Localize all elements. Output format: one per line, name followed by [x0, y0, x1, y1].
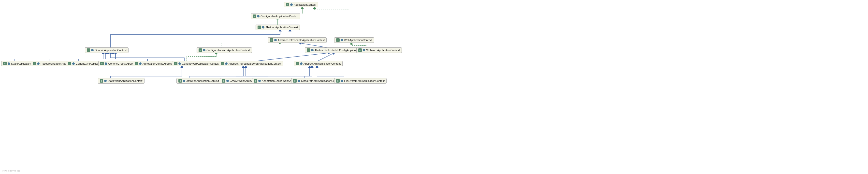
node-ApplicationContext[interactable]: I ApplicationContext: [284, 2, 318, 7]
node-GenericWebApplicationContext[interactable]: C GenericWebApplicationContext: [172, 61, 221, 66]
svg-line-7: [317, 53, 334, 61]
node-ConfigurableWebApplicationContext[interactable]: I ConfigurableWebApplicationContext: [196, 48, 252, 53]
dot-icon21: [258, 80, 261, 82]
class-icon19: C: [336, 79, 340, 83]
class-icon6: C: [3, 62, 7, 65]
node-WebApplicationContext[interactable]: I WebApplicationContext: [334, 37, 374, 43]
node-label: GenericWebApplicationContext: [182, 62, 219, 65]
dot-icon19: [183, 80, 185, 82]
class-icon13: C: [296, 62, 299, 65]
node-label: AbstractRefreshableWebApplicationContext: [228, 62, 281, 65]
dot-icon13: [105, 62, 107, 65]
dot-icon5: [341, 39, 343, 41]
node-ConfigurableApplicationContext[interactable]: I ConfigurableApplicationContext: [251, 13, 300, 19]
node-AbstractRefreshableApplicationContext[interactable]: C AbstractRefreshableApplicationContext: [268, 37, 327, 43]
class-icon16: C: [222, 79, 225, 83]
dot-icon23: [341, 80, 343, 82]
dot-icon18: [104, 80, 107, 82]
dot-icon17: [300, 62, 303, 65]
class-icon8: C: [68, 62, 71, 65]
dot-icon10: [8, 62, 10, 65]
node-GenericApplicationContext[interactable]: C GenericApplicationContext: [85, 48, 128, 53]
dot-icon15: [178, 62, 181, 65]
dot-icon16: [225, 62, 227, 65]
node-label: ApplicationContext: [294, 3, 316, 6]
node-label: XmlWebApplicationContext: [186, 79, 219, 82]
class-icon18: C: [293, 79, 297, 83]
class-icon9: C: [100, 62, 104, 65]
node-label: ConfigurableWebApplicationContext: [207, 49, 250, 52]
node-AbstractXmlApplicationContext[interactable]: C AbstractXmlApplicationContext: [294, 61, 343, 66]
watermark: Powered by yFiles: [2, 170, 20, 172]
class-icon3: C: [87, 49, 90, 52]
interface-icon3: I: [336, 38, 340, 42]
class-icon17: C: [254, 79, 257, 83]
class-icon15: C: [178, 79, 182, 83]
class-icon: C: [257, 26, 261, 29]
dot-icon2: [257, 15, 259, 18]
diagram-container: I ApplicationContext I ConfigurableAppli…: [0, 0, 868, 174]
node-label: StubWebApplicationContext: [366, 49, 400, 52]
dot-icon14: [139, 62, 142, 65]
interface-icon: I: [286, 3, 289, 6]
dot-icon6: [91, 49, 94, 51]
dot-icon7: [203, 49, 206, 51]
dot-icon11: [37, 62, 39, 65]
dot-icon3: [262, 26, 265, 29]
node-AbstractRefreshableWebApplicationContext[interactable]: C AbstractRefreshableWebApplicationConte…: [219, 61, 283, 66]
node-label: AbstractApplicationContext: [266, 26, 298, 29]
dot-icon9: [363, 49, 365, 51]
dot-icon12: [72, 62, 75, 65]
node-label: GenericApplicationContext: [95, 49, 127, 52]
dot-icon4: [274, 39, 277, 41]
dot-icon: [290, 3, 293, 6]
class-icon4: C: [307, 49, 310, 52]
class-icon7: C: [33, 62, 36, 65]
dot-icon8: [311, 49, 314, 51]
node-StubWebApplicationContext[interactable]: C StubWebApplicationContext: [356, 48, 402, 53]
class-icon2: C: [270, 38, 273, 42]
node-label: FileSystemXmlApplicationContext: [344, 79, 384, 82]
dot-icon22: [298, 80, 300, 82]
node-StaticWebApplicationContext[interactable]: C StaticWebApplicationContext: [98, 78, 145, 84]
class-icon12: C: [221, 62, 224, 65]
node-FileSystemXmlApplicationContext[interactable]: C FileSystemXmlApplicationContext: [334, 78, 386, 84]
node-label: WebApplicationContext: [344, 38, 372, 41]
svg-line-6: [253, 53, 329, 61]
connections-svg: [0, 0, 868, 174]
class-icon10: C: [135, 62, 138, 65]
interface-icon4: I: [198, 49, 202, 52]
svg-line-5: [300, 43, 329, 48]
node-XmlWebApplicationContext[interactable]: C XmlWebApplicationContext: [177, 78, 221, 84]
interface-icon2: I: [253, 14, 256, 18]
dot-icon20: [226, 80, 229, 82]
node-label: ConfigurableApplicationContext: [260, 15, 298, 18]
node-AbstractApplicationContext[interactable]: C AbstractApplicationContext: [256, 25, 300, 30]
class-icon14: C: [100, 79, 103, 83]
class-icon5: C: [358, 49, 362, 52]
node-label: AbstractXmlApplicationContext: [304, 62, 341, 65]
class-icon11: C: [174, 62, 178, 65]
node-label: StaticWebApplicationContext: [107, 79, 143, 82]
node-label: AbstractRefreshableApplicationContext: [278, 38, 324, 41]
